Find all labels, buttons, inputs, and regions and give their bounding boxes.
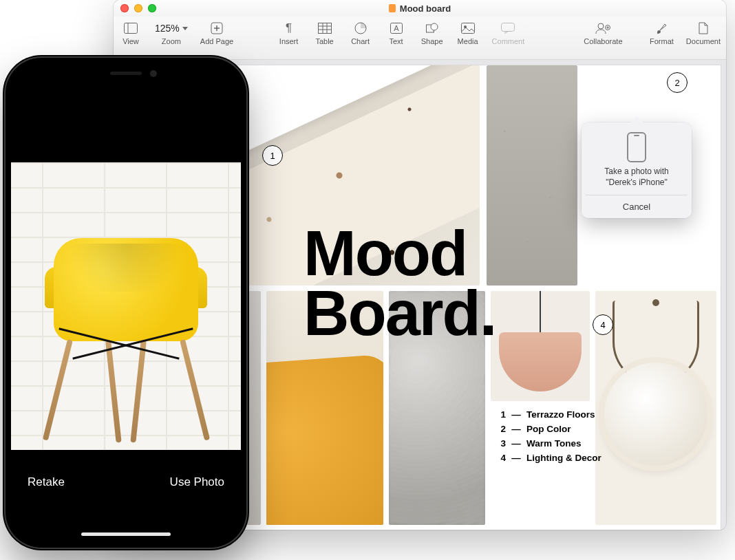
shape-label: Shape [421,37,443,45]
image-concrete[interactable] [487,65,577,286]
toolbar: View 125% Zoom Add Page ¶ [114,17,726,60]
media-label: Media [458,37,478,45]
document-button[interactable]: Document [686,21,721,45]
minimize-window-button[interactable] [134,4,142,12]
text-icon: A [390,21,403,36]
headline-line-1: Mood [303,224,496,283]
table-label: Table [315,37,333,45]
callout-badge-2: 2 [667,72,688,93]
collaborate-icon [595,21,610,36]
traffic-lights [120,4,156,12]
legend-list[interactable]: 1—Terrazzo Floors 2—Pop Color 3—Warm Ton… [498,408,601,466]
text-button[interactable]: A Text [385,21,408,45]
legend-item: 4—Lighting & Decor [498,451,601,466]
callout-badge-1: 1 [262,145,283,166]
collaborate-button[interactable]: Collaborate [584,21,622,45]
svg-text:A: A [394,24,399,32]
comment-label: Comment [492,37,525,45]
continuity-camera-popover: Take a photo with "Derek's iPhone" Cance… [582,122,692,218]
svg-rect-5 [318,23,331,34]
chart-label: Chart [351,37,370,45]
chart-button[interactable]: Chart [349,21,372,45]
fullscreen-window-button[interactable] [148,4,156,12]
popover-cancel-button[interactable]: Cancel [586,195,688,218]
zoom-value: 125% [155,21,188,36]
legend-item: 3—Warm Tones [498,437,601,451]
document-label: Document [686,37,721,45]
headline-line-2: Board. [303,283,496,343]
text-label: Text [390,37,403,45]
legend-item: 2—Pop Color [498,422,601,437]
image-icon [461,21,475,36]
svg-rect-15 [461,23,474,34]
iphone-device: Retake Use Photo [6,58,246,548]
shape-icon [426,21,438,36]
comment-icon [501,21,515,36]
callout-badge-4: 4 [593,314,613,335]
camera-capture-preview[interactable] [11,162,241,450]
format-label: Format [650,37,674,45]
use-photo-button[interactable]: Use Photo [170,475,224,489]
document-icon [389,4,396,12]
table-icon [318,21,332,36]
pie-chart-icon [354,21,367,36]
insert-button[interactable]: ¶ Insert [277,21,301,45]
legend-item: 1—Terrazzo Floors [498,408,601,422]
view-button[interactable]: View [119,21,142,45]
add-page-button[interactable]: Add Page [200,21,233,45]
plus-page-icon [211,21,223,36]
popover-message: Take a photo with "Derek's iPhone" [586,166,688,195]
camera-bottom-bar: Retake Use Photo [11,438,241,542]
close-window-button[interactable] [120,4,129,12]
zoom-label: Zoom [162,37,181,45]
brush-icon [655,21,668,36]
insert-label: Insert [279,37,299,45]
add-page-label: Add Page [200,37,233,45]
pilcrow-icon: ¶ [286,21,292,36]
svg-rect-0 [125,23,138,34]
iphone-screen: Retake Use Photo [11,63,241,542]
svg-point-18 [598,23,604,29]
window-titlebar[interactable]: Mood board [114,0,726,17]
image-hanging-mirror[interactable] [595,291,716,525]
media-button[interactable]: Media [456,21,480,45]
svg-point-14 [431,23,438,30]
window-title: Mood board [400,3,451,14]
retake-button[interactable]: Retake [28,475,65,489]
zoom-button[interactable]: 125% Zoom [155,21,188,45]
format-button[interactable]: Format [650,21,674,45]
home-indicator[interactable] [81,532,171,536]
image-pendant-lamp[interactable] [491,291,590,401]
iphone-notch [67,63,184,84]
sidebar-icon [124,21,138,36]
iphone-outline-icon [627,132,646,162]
comment-button[interactable]: Comment [492,21,525,45]
collaborate-label: Collaborate [584,37,622,45]
shape-button[interactable]: Shape [420,21,444,45]
document-icon [698,21,709,36]
svg-rect-17 [502,23,515,32]
table-button[interactable]: Table [313,21,337,45]
view-label: View [122,37,139,45]
headline[interactable]: Mood Board. [303,224,496,344]
